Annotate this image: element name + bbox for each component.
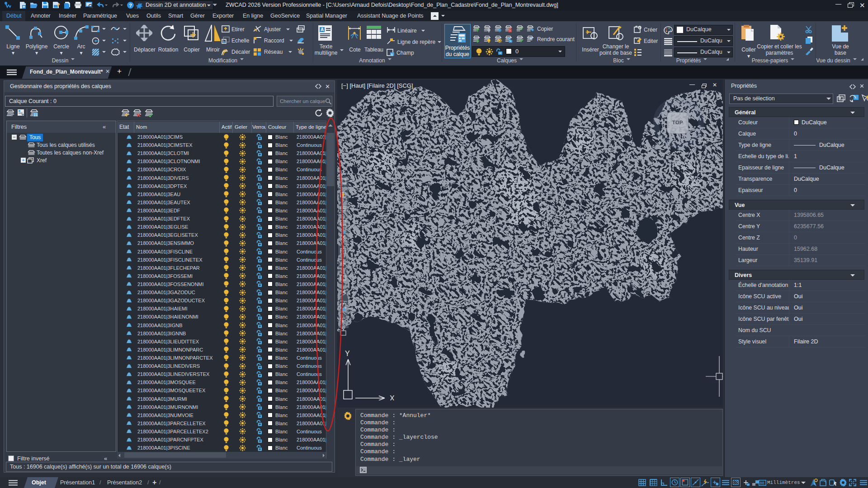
- svg-text:A: A: [391, 53, 393, 56]
- svg-text:N: N: [695, 103, 701, 113]
- svg-text:?: ?: [129, 3, 132, 8]
- svg-text:A: A: [321, 27, 324, 32]
- svg-text:00: 00: [760, 481, 764, 486]
- svg-text:X: X: [390, 394, 395, 400]
- svg-text:Y: Y: [345, 350, 350, 357]
